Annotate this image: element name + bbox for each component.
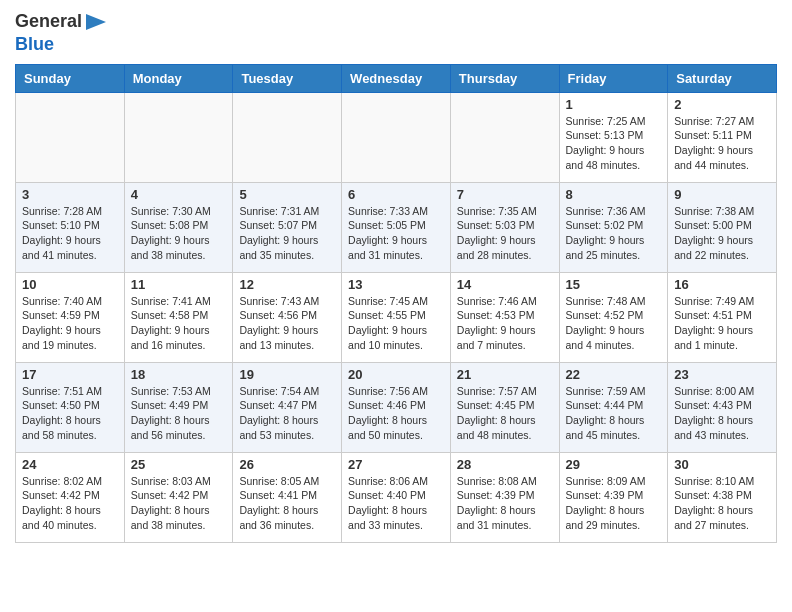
day-number: 26 (239, 457, 335, 472)
calendar-cell: 11Sunrise: 7:41 AM Sunset: 4:58 PM Dayli… (124, 272, 233, 362)
day-number: 29 (566, 457, 662, 472)
page-container: General Blue SundayMondayTuesdayWednesda… (0, 0, 792, 553)
weekday-header: Thursday (450, 64, 559, 92)
calendar-cell: 9Sunrise: 7:38 AM Sunset: 5:00 PM Daylig… (668, 182, 777, 272)
svg-marker-0 (86, 14, 106, 30)
calendar-week-row: 17Sunrise: 7:51 AM Sunset: 4:50 PM Dayli… (16, 362, 777, 452)
day-info: Sunrise: 8:08 AM Sunset: 4:39 PM Dayligh… (457, 474, 553, 533)
calendar-week-row: 3Sunrise: 7:28 AM Sunset: 5:10 PM Daylig… (16, 182, 777, 272)
calendar-cell (124, 92, 233, 182)
calendar-cell: 12Sunrise: 7:43 AM Sunset: 4:56 PM Dayli… (233, 272, 342, 362)
calendar-cell: 6Sunrise: 7:33 AM Sunset: 5:05 PM Daylig… (342, 182, 451, 272)
day-info: Sunrise: 7:57 AM Sunset: 4:45 PM Dayligh… (457, 384, 553, 443)
calendar-cell (16, 92, 125, 182)
day-number: 20 (348, 367, 444, 382)
calendar-cell: 18Sunrise: 7:53 AM Sunset: 4:49 PM Dayli… (124, 362, 233, 452)
calendar-cell: 28Sunrise: 8:08 AM Sunset: 4:39 PM Dayli… (450, 452, 559, 542)
calendar-cell: 25Sunrise: 8:03 AM Sunset: 4:42 PM Dayli… (124, 452, 233, 542)
day-number: 15 (566, 277, 662, 292)
weekday-header: Tuesday (233, 64, 342, 92)
day-number: 17 (22, 367, 118, 382)
day-number: 7 (457, 187, 553, 202)
calendar-cell: 4Sunrise: 7:30 AM Sunset: 5:08 PM Daylig… (124, 182, 233, 272)
day-info: Sunrise: 8:02 AM Sunset: 4:42 PM Dayligh… (22, 474, 118, 533)
day-number: 5 (239, 187, 335, 202)
day-number: 22 (566, 367, 662, 382)
calendar-cell: 27Sunrise: 8:06 AM Sunset: 4:40 PM Dayli… (342, 452, 451, 542)
calendar-cell (233, 92, 342, 182)
day-info: Sunrise: 8:00 AM Sunset: 4:43 PM Dayligh… (674, 384, 770, 443)
weekday-header: Friday (559, 64, 668, 92)
calendar-cell: 17Sunrise: 7:51 AM Sunset: 4:50 PM Dayli… (16, 362, 125, 452)
day-number: 8 (566, 187, 662, 202)
weekday-header: Sunday (16, 64, 125, 92)
day-number: 19 (239, 367, 335, 382)
day-info: Sunrise: 8:06 AM Sunset: 4:40 PM Dayligh… (348, 474, 444, 533)
calendar-cell: 24Sunrise: 8:02 AM Sunset: 4:42 PM Dayli… (16, 452, 125, 542)
day-info: Sunrise: 8:10 AM Sunset: 4:38 PM Dayligh… (674, 474, 770, 533)
day-info: Sunrise: 7:41 AM Sunset: 4:58 PM Dayligh… (131, 294, 227, 353)
day-number: 14 (457, 277, 553, 292)
day-info: Sunrise: 7:59 AM Sunset: 4:44 PM Dayligh… (566, 384, 662, 443)
day-number: 2 (674, 97, 770, 112)
day-info: Sunrise: 7:45 AM Sunset: 4:55 PM Dayligh… (348, 294, 444, 353)
calendar-cell: 2Sunrise: 7:27 AM Sunset: 5:11 PM Daylig… (668, 92, 777, 182)
calendar-cell: 21Sunrise: 7:57 AM Sunset: 4:45 PM Dayli… (450, 362, 559, 452)
day-info: Sunrise: 8:05 AM Sunset: 4:41 PM Dayligh… (239, 474, 335, 533)
day-number: 30 (674, 457, 770, 472)
calendar-table: SundayMondayTuesdayWednesdayThursdayFrid… (15, 64, 777, 543)
weekday-header-row: SundayMondayTuesdayWednesdayThursdayFrid… (16, 64, 777, 92)
logo-flag-icon (84, 10, 108, 34)
calendar-cell: 19Sunrise: 7:54 AM Sunset: 4:47 PM Dayli… (233, 362, 342, 452)
calendar-cell: 7Sunrise: 7:35 AM Sunset: 5:03 PM Daylig… (450, 182, 559, 272)
day-info: Sunrise: 7:56 AM Sunset: 4:46 PM Dayligh… (348, 384, 444, 443)
day-info: Sunrise: 7:51 AM Sunset: 4:50 PM Dayligh… (22, 384, 118, 443)
day-info: Sunrise: 7:48 AM Sunset: 4:52 PM Dayligh… (566, 294, 662, 353)
day-info: Sunrise: 8:09 AM Sunset: 4:39 PM Dayligh… (566, 474, 662, 533)
day-info: Sunrise: 7:46 AM Sunset: 4:53 PM Dayligh… (457, 294, 553, 353)
weekday-header: Wednesday (342, 64, 451, 92)
weekday-header: Saturday (668, 64, 777, 92)
calendar-cell: 26Sunrise: 8:05 AM Sunset: 4:41 PM Dayli… (233, 452, 342, 542)
day-number: 1 (566, 97, 662, 112)
day-number: 27 (348, 457, 444, 472)
calendar-cell: 15Sunrise: 7:48 AM Sunset: 4:52 PM Dayli… (559, 272, 668, 362)
day-number: 28 (457, 457, 553, 472)
day-number: 25 (131, 457, 227, 472)
calendar-cell: 22Sunrise: 7:59 AM Sunset: 4:44 PM Dayli… (559, 362, 668, 452)
day-info: Sunrise: 8:03 AM Sunset: 4:42 PM Dayligh… (131, 474, 227, 533)
day-number: 23 (674, 367, 770, 382)
calendar-cell: 30Sunrise: 8:10 AM Sunset: 4:38 PM Dayli… (668, 452, 777, 542)
calendar-cell: 23Sunrise: 8:00 AM Sunset: 4:43 PM Dayli… (668, 362, 777, 452)
day-number: 24 (22, 457, 118, 472)
day-number: 6 (348, 187, 444, 202)
day-number: 10 (22, 277, 118, 292)
calendar-cell: 13Sunrise: 7:45 AM Sunset: 4:55 PM Dayli… (342, 272, 451, 362)
day-info: Sunrise: 7:28 AM Sunset: 5:10 PM Dayligh… (22, 204, 118, 263)
calendar-cell: 8Sunrise: 7:36 AM Sunset: 5:02 PM Daylig… (559, 182, 668, 272)
calendar-cell: 16Sunrise: 7:49 AM Sunset: 4:51 PM Dayli… (668, 272, 777, 362)
weekday-header: Monday (124, 64, 233, 92)
calendar-cell (450, 92, 559, 182)
calendar-week-row: 24Sunrise: 8:02 AM Sunset: 4:42 PM Dayli… (16, 452, 777, 542)
day-number: 21 (457, 367, 553, 382)
day-info: Sunrise: 7:35 AM Sunset: 5:03 PM Dayligh… (457, 204, 553, 263)
logo-blue: Blue (15, 34, 108, 56)
calendar-week-row: 1Sunrise: 7:25 AM Sunset: 5:13 PM Daylig… (16, 92, 777, 182)
day-info: Sunrise: 7:38 AM Sunset: 5:00 PM Dayligh… (674, 204, 770, 263)
calendar-cell (342, 92, 451, 182)
day-info: Sunrise: 7:27 AM Sunset: 5:11 PM Dayligh… (674, 114, 770, 173)
day-info: Sunrise: 7:30 AM Sunset: 5:08 PM Dayligh… (131, 204, 227, 263)
day-info: Sunrise: 7:49 AM Sunset: 4:51 PM Dayligh… (674, 294, 770, 353)
day-number: 16 (674, 277, 770, 292)
day-number: 9 (674, 187, 770, 202)
logo: General Blue (15, 10, 108, 56)
calendar-week-row: 10Sunrise: 7:40 AM Sunset: 4:59 PM Dayli… (16, 272, 777, 362)
day-info: Sunrise: 7:36 AM Sunset: 5:02 PM Dayligh… (566, 204, 662, 263)
calendar-cell: 3Sunrise: 7:28 AM Sunset: 5:10 PM Daylig… (16, 182, 125, 272)
day-info: Sunrise: 7:43 AM Sunset: 4:56 PM Dayligh… (239, 294, 335, 353)
day-info: Sunrise: 7:31 AM Sunset: 5:07 PM Dayligh… (239, 204, 335, 263)
calendar-cell: 1Sunrise: 7:25 AM Sunset: 5:13 PM Daylig… (559, 92, 668, 182)
calendar-cell: 14Sunrise: 7:46 AM Sunset: 4:53 PM Dayli… (450, 272, 559, 362)
logo-general: General (15, 11, 82, 33)
